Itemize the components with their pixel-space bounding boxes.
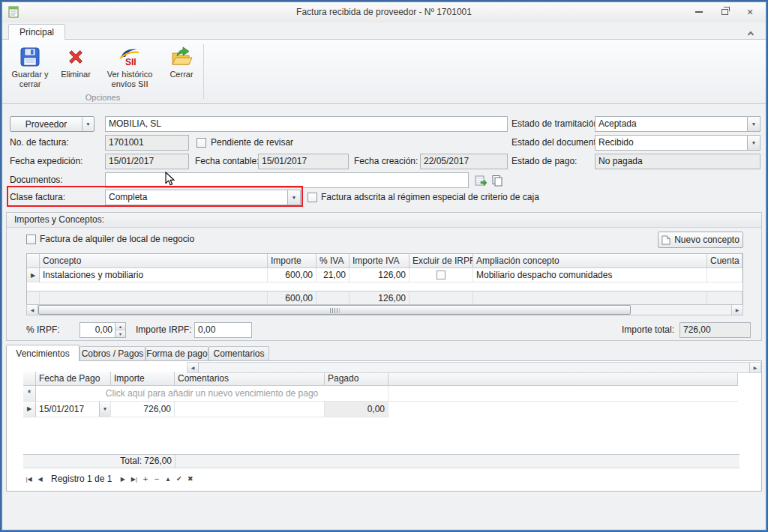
- importe-total-field[interactable]: 726,00: [680, 322, 751, 338]
- proveedor-field[interactable]: MOBILIA, SL: [105, 116, 508, 132]
- col-importe[interactable]: Importe: [268, 254, 316, 268]
- nav-remove-button[interactable]: −: [151, 473, 162, 485]
- tab-principal[interactable]: Principal: [8, 24, 65, 40]
- criterio-caja-checkbox[interactable]: [308, 193, 317, 202]
- cell-comentarios[interactable]: [175, 402, 325, 417]
- conceptos-data-row[interactable]: ▶ Instalaciones y mobiliario 600,00 21,0…: [27, 268, 742, 282]
- cell-pagado[interactable]: 0,00: [325, 402, 388, 417]
- estado-pago-field[interactable]: No pagada: [595, 154, 760, 169]
- new-row-indicator-icon: *: [23, 386, 36, 402]
- nav-last-button[interactable]: ▶|: [128, 473, 140, 485]
- close-icon: ×: [747, 7, 753, 17]
- col-concepto[interactable]: Concepto: [40, 254, 268, 268]
- tab-vencimientos[interactable]: Vencimientos: [6, 345, 80, 361]
- estado-documento-value: Recibido: [596, 136, 747, 150]
- guardar-y-cerrar-button[interactable]: Guardar y cerrar: [8, 43, 52, 97]
- fecha-expedicion-field[interactable]: 15/01/2017: [105, 154, 189, 169]
- tab-forma-de-pago[interactable]: Forma de pago: [146, 346, 208, 360]
- vencimientos-total: Total: 726,00: [111, 455, 176, 468]
- nav-add-button[interactable]: +: [140, 473, 151, 485]
- ver-historico-sii-button[interactable]: SII Ver histórico envíos SII: [98, 43, 161, 97]
- estado-documento-select[interactable]: Recibido ▼: [595, 135, 760, 151]
- excluir-irpf-checkbox[interactable]: [436, 270, 446, 279]
- new-row-hint[interactable]: Click aquí para añadir un nuevo vencimie…: [36, 386, 388, 402]
- spin-down-icon[interactable]: ▼: [116, 330, 125, 337]
- col-excluir-irpf[interactable]: Excluir de IRPF: [410, 254, 473, 268]
- tab-comentarios[interactable]: Comentarios: [208, 346, 269, 360]
- col-fecha-pago[interactable]: Fecha de Pago: [36, 372, 111, 386]
- clase-factura-select[interactable]: Completa ▼: [105, 190, 301, 205]
- tab-cobros-pagos[interactable]: Cobros / Pagos: [80, 346, 146, 360]
- cell-importe[interactable]: 726,00: [111, 402, 175, 417]
- nav-post-button[interactable]: ✔: [173, 473, 184, 485]
- estado-documento-label: Estado del documento:: [512, 135, 604, 151]
- no-factura-field[interactable]: 1701001: [105, 135, 189, 151]
- app-icon: [8, 6, 20, 18]
- nuevo-concepto-button[interactable]: Nuevo concepto: [658, 232, 743, 248]
- dropdown-icon[interactable]: ▼: [747, 136, 760, 150]
- dropdown-icon[interactable]: ▼: [82, 117, 94, 131]
- vencimientos-hscrollbar[interactable]: ◀ ▶: [187, 362, 761, 373]
- nav-next-button[interactable]: ▶: [117, 473, 128, 485]
- dropdown-icon[interactable]: ▼: [287, 190, 300, 205]
- conceptos-grid: Concepto Importe % IVA Importe IVA Exclu…: [26, 253, 743, 304]
- maximize-button[interactable]: [716, 5, 733, 19]
- estado-tramitacion-label: Estado de tramitación:: [512, 116, 601, 132]
- guardar-label: Guardar y cerrar: [8, 70, 52, 89]
- fecha-creacion-field[interactable]: 22/05/2017: [420, 154, 508, 169]
- cell-ampliacion[interactable]: Mobiliario despacho comunidades: [473, 268, 707, 282]
- copy-document-button[interactable]: [490, 173, 504, 187]
- irpf-spinner[interactable]: 0,00 ▲ ▼: [80, 322, 126, 338]
- cell-importe-iva[interactable]: 126,00: [350, 268, 410, 282]
- cell-importe[interactable]: 600,00: [268, 268, 316, 282]
- scroll-right-icon[interactable]: ▶: [749, 363, 760, 372]
- row-filler: [388, 402, 738, 417]
- minimize-button[interactable]: [691, 5, 707, 19]
- nav-edit-button[interactable]: ▲: [162, 473, 173, 485]
- importe-irpf-field[interactable]: 0,00: [194, 322, 252, 338]
- conceptos-hscrollbar[interactable]: ◀ ▶: [26, 304, 743, 315]
- cell-excluir-irpf[interactable]: [410, 268, 473, 282]
- alquiler-label: Factura de alquiler de local de negocio: [40, 232, 194, 247]
- col-ampliacion[interactable]: Ampliación concepto: [473, 254, 707, 268]
- spin-up-icon[interactable]: ▲: [116, 323, 125, 330]
- scroll-track[interactable]: [199, 363, 749, 372]
- scroll-track[interactable]: [38, 305, 731, 315]
- new-row[interactable]: * Click aquí para añadir un nuevo vencim…: [23, 386, 740, 402]
- cerrar-button[interactable]: Cerrar: [163, 43, 200, 97]
- fecha-contable-field[interactable]: 15/01/2017: [258, 154, 349, 169]
- nav-cancel-button[interactable]: ✖: [184, 473, 196, 485]
- col-comentarios[interactable]: Comentarios: [175, 372, 325, 386]
- proveedor-button[interactable]: Proveedor ▼: [10, 116, 94, 132]
- add-document-button[interactable]: [473, 173, 488, 187]
- eliminar-button[interactable]: Eliminar: [56, 43, 95, 97]
- scroll-left-icon[interactable]: ◀: [188, 363, 199, 372]
- ribbon-collapse-button[interactable]: [745, 28, 757, 38]
- col-importe[interactable]: Importe: [111, 372, 175, 386]
- nav-first-button[interactable]: |◀: [23, 473, 34, 485]
- scroll-thumb[interactable]: [38, 305, 631, 315]
- close-button[interactable]: ×: [742, 5, 758, 19]
- cell-concepto[interactable]: Instalaciones y mobiliario: [40, 268, 268, 282]
- dropdown-icon[interactable]: ▼: [99, 402, 110, 417]
- vencimiento-data-row[interactable]: ▶ 15/01/2017 ▼ 726,00 0,00: [23, 402, 740, 417]
- cell-cuenta[interactable]: [707, 268, 742, 282]
- documentos-field[interactable]: [105, 172, 469, 188]
- col-cuenta[interactable]: Cuenta co: [707, 254, 742, 268]
- col-pagado[interactable]: Pagado: [325, 372, 388, 386]
- nav-prev-button[interactable]: ◀: [34, 473, 46, 485]
- cell-iva[interactable]: 21,00: [316, 268, 350, 282]
- dropdown-icon[interactable]: ▼: [747, 117, 760, 131]
- pendiente-checkbox[interactable]: [196, 138, 206, 148]
- estado-tramitacion-select[interactable]: Aceptada ▼: [595, 116, 760, 132]
- vencimientos-header-row: Fecha de Pago Importe Comentarios Pagado: [23, 372, 740, 386]
- vencimientos-footer: Total: 726,00: [23, 454, 740, 468]
- col-iva[interactable]: % IVA: [316, 254, 350, 268]
- cell-fecha-pago[interactable]: 15/01/2017 ▼: [36, 402, 111, 417]
- row-indicator-icon: ▶: [27, 268, 40, 282]
- scroll-right-icon[interactable]: ▶: [731, 305, 742, 315]
- scroll-left-icon[interactable]: ◀: [27, 305, 38, 315]
- col-importe-iva[interactable]: Importe IVA: [350, 254, 410, 268]
- alquiler-checkbox[interactable]: [26, 235, 36, 244]
- toolbar-separator: [203, 44, 204, 99]
